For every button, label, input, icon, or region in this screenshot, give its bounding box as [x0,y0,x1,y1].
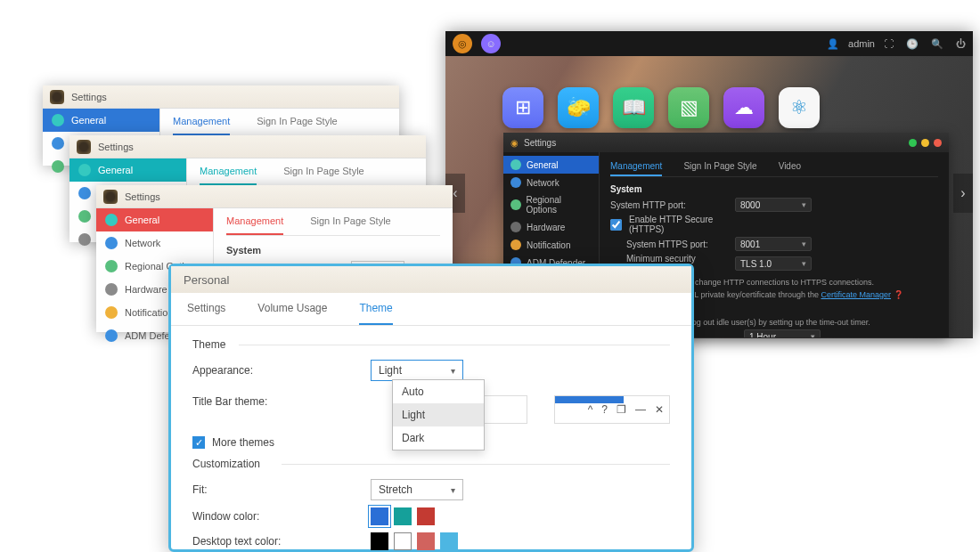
window-title: Settings [524,138,556,148]
tab-volume-usage[interactable]: Volume Usage [257,293,327,325]
dock: ⊞ 🧽 📖 ▧ ☁ ⚛ [502,87,820,128]
label-appearance: Appearance: [192,364,371,377]
window-title: Personal [184,273,229,287]
swatch-teal[interactable] [394,507,412,525]
tab-video[interactable]: Video [779,158,801,176]
cert-manager-link[interactable]: Certificate Manager [821,290,891,299]
cleaner-icon[interactable]: 🧽 [558,87,599,128]
protocol-select[interactable]: TLS 1.0▾ [735,256,812,271]
minimize-dot[interactable] [909,139,917,147]
user-icon[interactable]: 👤 [827,38,839,50]
home-icon[interactable]: ☺ [481,34,501,53]
clock-icon[interactable]: 🕒 [906,38,919,50]
sidebar-item-network[interactable]: Network [96,231,213,255]
tab-theme[interactable]: Theme [359,293,392,325]
app-store-icon[interactable]: ⊞ [502,87,543,128]
option-dark[interactable]: Dark [393,426,484,450]
swatch-red[interactable] [417,507,435,525]
logo-icon[interactable]: ◎ [453,34,472,53]
label-more-themes: More themes [212,436,274,449]
swatch-salmon[interactable] [417,532,435,550]
sidebar-item-regional[interactable]: Regional Options [503,191,599,218]
https-checkbox[interactable] [610,219,622,231]
section-system: System [610,184,938,194]
auto-logout-select[interactable]: 1 Hour▾ [744,329,821,337]
tab-management[interactable]: Management [226,208,283,235]
window-titlebar: Personal [171,266,691,293]
sidebar-item-notification[interactable]: Notification [503,236,599,254]
label-enable-https: Enable HTTP Secure (HTTPS) [629,215,747,234]
settings-tabs: Management Sign In Page Style Video [610,158,938,177]
settings-icon: ◉ [510,138,519,148]
http-port-select[interactable]: 8000▾ [735,198,812,212]
tab-settings[interactable]: Settings [187,293,225,325]
swatch-white[interactable] [394,532,412,550]
sidebar-item-general[interactable]: General [43,109,159,132]
text-color-swatches [371,532,458,550]
label-http-port: System HTTP port: [610,200,728,210]
sidebar-item-general[interactable]: General [96,208,213,231]
swatch-sky[interactable] [440,532,458,550]
appearance-dropdown: Auto Light Dark [392,379,485,451]
maximize-dot[interactable] [921,139,929,147]
share-icon[interactable]: ⚛ [779,87,820,128]
search-icon[interactable]: 🔍 [931,38,943,50]
tab-signin-style[interactable]: Sign In Page Style [683,158,756,176]
option-auto[interactable]: Auto [393,380,484,403]
close-dot[interactable] [934,139,942,147]
appearance-select[interactable]: Light▾ [371,360,463,381]
section-theme: Theme [192,338,670,351]
tab-signin-style[interactable]: Sign In Page Style [283,158,364,185]
window-title: Settings [98,142,134,152]
stack-icon[interactable]: ▧ [668,87,709,128]
settings-icon [50,90,64,104]
window-title: Settings [71,92,107,102]
label-desktop-text-color: Desktop text color: [192,535,371,548]
settings-icon [77,140,91,154]
chevron-right-icon[interactable]: › [953,174,973,213]
swatch-black[interactable] [371,532,388,550]
sidebar-item-general[interactable]: General [69,158,186,182]
label-fit: Fit: [192,483,371,496]
titlebar-preview-win[interactable]: ^?❐—✕ [554,395,670,424]
tab-management[interactable]: Management [610,158,662,176]
gallery-icon[interactable]: 📖 [613,87,654,128]
power-icon[interactable]: ⏻ [956,38,966,49]
sidebar-item-network[interactable]: Network [503,174,599,191]
swatch-blue[interactable] [371,507,388,525]
option-light[interactable]: Light [393,403,484,426]
https-port-select[interactable]: 8001▾ [735,237,812,251]
section-customization: Customization [192,458,670,470]
label-window-color: Window color: [192,510,371,523]
taskbar: ◎ ☺ 👤 admin ⛶ 🕒 🔍 ⏻ [445,31,973,56]
sidebar-item-hardware[interactable]: Hardware [503,218,599,236]
window-title: Settings [125,191,160,202]
window-color-swatches [371,507,435,525]
tab-signin-style[interactable]: Sign In Page Style [310,208,391,235]
tab-management[interactable]: Management [173,109,230,135]
tab-management[interactable]: Management [200,158,257,185]
label-titlebar-theme: Title Bar theme: [192,395,296,408]
tab-signin-style[interactable]: Sign In Page Style [257,109,338,135]
window-controls [909,139,942,147]
cloud-icon[interactable]: ☁ [723,87,764,128]
user-label[interactable]: admin [848,38,875,49]
personal-tabs: Settings Volume Usage Theme [171,293,691,326]
section-system: System [226,245,440,256]
fit-select[interactable]: Stretch▾ [371,479,463,500]
window-titlebar: ◉ Settings [503,133,949,152]
sidebar-item-general[interactable]: General [503,156,599,174]
personal-window: Personal Settings Volume Usage Theme The… [168,264,694,552]
settings-icon [103,190,118,204]
more-themes-checkbox[interactable]: ✓ [192,436,205,449]
label-https-port: System HTTPS port: [626,239,728,249]
maximize-icon[interactable]: ⛶ [884,38,894,49]
